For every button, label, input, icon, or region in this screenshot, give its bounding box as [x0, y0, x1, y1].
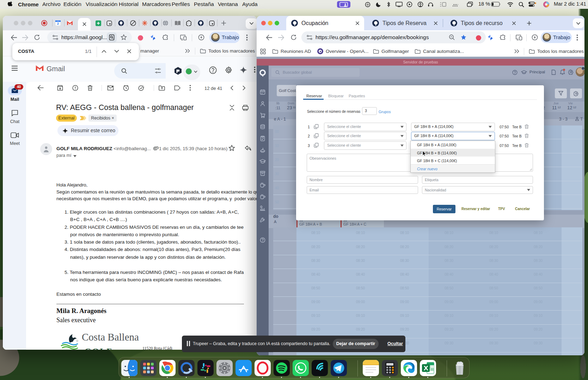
svg-text:2: 2: [57, 22, 59, 25]
